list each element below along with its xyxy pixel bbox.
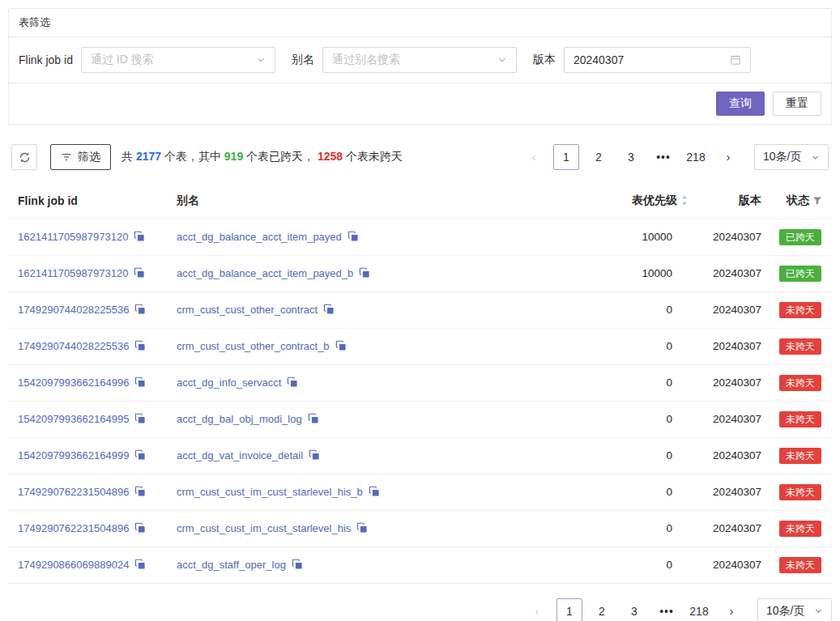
page-button-2[interactable]: 2 (589, 598, 615, 621)
copy-icon[interactable] (369, 486, 380, 497)
page-button-2[interactable]: 2 (586, 144, 612, 170)
alias-link[interactable]: acct_dg_vat_invoice_detail (177, 449, 303, 461)
col-version: 版本 (697, 183, 770, 219)
alias-select[interactable]: 通过别名搜索 (322, 47, 517, 73)
copy-icon[interactable] (134, 304, 146, 315)
table-row: 1621411705987973120acct_dg_balance_acct_… (8, 219, 832, 255)
summary-suffix: 个表未跨天 (343, 150, 403, 163)
table-row: 1749290866069889024acct_dg_staff_oper_lo… (8, 547, 832, 583)
sort-icon[interactable] (680, 194, 689, 206)
summary-crossed: 919 (224, 150, 243, 163)
job-id-link[interactable]: 1749290762231504896 (18, 486, 129, 498)
job-id-link[interactable]: 1749290762231504896 (18, 522, 129, 534)
page-button-3[interactable]: 3 (621, 598, 647, 621)
page-button-1[interactable]: 1 (553, 144, 579, 170)
table-row: 1542097993662164995acct_dg_bal_obj_modi_… (8, 401, 832, 437)
copy-icon[interactable] (134, 267, 145, 279)
copy-icon[interactable] (308, 413, 319, 424)
results-table-wrap: Flink job id 别名 表优先级 版本 状态 (8, 183, 832, 584)
copy-icon[interactable] (134, 340, 146, 351)
toolbar: 筛选 共 2177 个表，其中 919 个表已跨天， 1258 个表未跨天 ‹1… (8, 144, 832, 170)
flink-job-id-placeholder: 通过 ID 搜索 (91, 53, 154, 67)
page-button-3[interactable]: 3 (618, 144, 644, 170)
alias-link[interactable]: crm_cust_cust_other_contract (177, 304, 318, 316)
job-id-link[interactable]: 1542097993662164996 (18, 376, 129, 389)
table-header-row: Flink job id 别名 表优先级 版本 状态 (8, 183, 832, 219)
table-row: 1542097993662164996acct_dg_info_servacct… (8, 364, 832, 401)
priority-value: 0 (518, 510, 697, 547)
version-label: 版本 (533, 53, 556, 67)
panel-title: 表筛选 (9, 9, 831, 37)
page-ellipsis[interactable]: ••• (654, 598, 680, 621)
copy-icon[interactable] (359, 267, 370, 279)
col-priority[interactable]: 表优先级 (518, 183, 697, 219)
job-id-link[interactable]: 1542097993662164999 (18, 449, 129, 461)
copy-icon[interactable] (134, 231, 145, 242)
copy-icon[interactable] (309, 449, 320, 461)
table-row: 1749290744028225536crm_cust_cust_other_c… (8, 291, 832, 328)
copy-icon[interactable] (134, 376, 146, 388)
summary-mid2: 个表已跨天， (243, 150, 318, 163)
status-badge: 未跨天 (779, 484, 821, 500)
table-row: 1749290762231504896crm_cust_cust_im_cust… (8, 510, 832, 547)
copy-icon[interactable] (134, 413, 146, 424)
page-ellipsis[interactable]: ••• (650, 144, 676, 170)
job-id-link[interactable]: 1621411705987973120 (18, 231, 128, 243)
next-page-button[interactable]: › (715, 144, 741, 170)
copy-icon[interactable] (356, 522, 368, 534)
page-size-select[interactable]: 10条/页 (757, 598, 832, 621)
reset-button[interactable]: 重置 (773, 91, 821, 116)
filter-toggle-label: 筛选 (78, 150, 100, 164)
table-row: 1749290744028225536crm_cust_cust_other_c… (8, 328, 832, 364)
copy-icon[interactable] (348, 231, 359, 242)
alias-link[interactable]: crm_cust_cust_other_contract_b (177, 340, 330, 352)
next-page-button[interactable]: › (718, 598, 744, 621)
priority-value: 0 (518, 401, 697, 437)
job-id-link[interactable]: 1749290866069889024 (18, 559, 129, 571)
copy-icon[interactable] (134, 486, 146, 497)
page-size-select[interactable]: 10条/页 (754, 144, 829, 170)
alias-placeholder: 通过别名搜索 (332, 53, 400, 67)
job-id-link[interactable]: 1749290744028225536 (18, 340, 129, 352)
copy-icon[interactable] (323, 304, 335, 315)
status-badge: 未跨天 (779, 557, 821, 573)
search-button[interactable]: 查询 (716, 91, 765, 116)
refresh-button[interactable] (11, 144, 37, 170)
alias-link[interactable]: acct_dg_bal_obj_modi_log (177, 413, 302, 425)
alias-link[interactable]: crm_cust_cust_im_cust_starlevel_his_b (177, 486, 363, 498)
copy-icon[interactable] (134, 522, 146, 534)
alias-link[interactable]: acct_dg_staff_oper_log (177, 559, 286, 571)
summary-prefix: 共 (122, 150, 136, 163)
chevron-down-icon (497, 55, 507, 65)
copy-icon[interactable] (287, 376, 298, 388)
job-id-link[interactable]: 1621411705987973120 (18, 267, 128, 279)
filter-funnel-icon[interactable] (812, 196, 822, 206)
summary-total: 2177 (136, 150, 161, 163)
status-badge: 未跨天 (779, 375, 821, 391)
copy-icon[interactable] (335, 340, 347, 351)
copy-icon[interactable] (134, 559, 146, 570)
priority-value: 10000 (518, 219, 697, 255)
alias-link[interactable]: acct_dg_balance_acct_item_payed_b (177, 267, 353, 279)
alias-link[interactable]: crm_cust_cust_im_cust_starlevel_his (177, 522, 351, 534)
copy-icon[interactable] (292, 559, 303, 570)
flink-job-id-select[interactable]: 通过 ID 搜索 (81, 47, 275, 73)
version-value: 20240307 (697, 510, 770, 547)
page-button-218[interactable]: 218 (683, 144, 709, 170)
col-priority-label: 表优先级 (632, 194, 677, 208)
filter-lines-icon (61, 151, 72, 163)
summary-mid1: 个表，其中 (161, 150, 224, 163)
page-button-1[interactable]: 1 (556, 598, 582, 621)
results-table: Flink job id 别名 表优先级 版本 状态 (8, 183, 832, 584)
alias-link[interactable]: acct_dg_info_servacct (177, 376, 281, 389)
version-value: 20240307 (697, 291, 770, 328)
alias-link[interactable]: acct_dg_balance_acct_item_payed (177, 231, 342, 243)
field-alias: 别名 通过别名搜索 (292, 47, 517, 73)
job-id-link[interactable]: 1542097993662164995 (18, 413, 129, 425)
copy-icon[interactable] (134, 449, 146, 461)
filter-toggle-button[interactable]: 筛选 (50, 144, 111, 170)
version-date-input[interactable]: 20240307 (564, 47, 751, 73)
page-button-218[interactable]: 218 (686, 598, 712, 621)
field-flink-job-id: Flink job id 通过 ID 搜索 (19, 47, 275, 73)
job-id-link[interactable]: 1749290744028225536 (18, 304, 129, 316)
